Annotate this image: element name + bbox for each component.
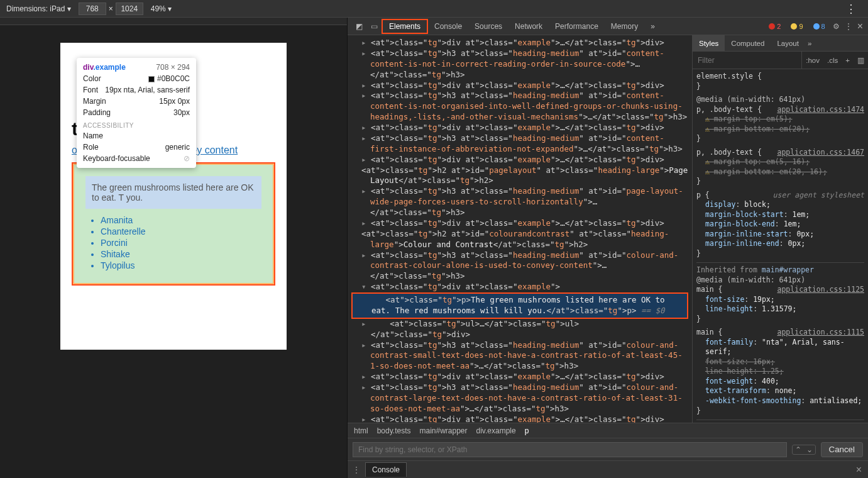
devtools-more-icon[interactable]: ⋮ [845, 22, 852, 31]
example-paragraph: The green mushrooms listed here are OK t… [85, 176, 261, 209]
tab-layout[interactable]: Layout [771, 35, 805, 52]
crumb[interactable]: main#wrapper [419, 426, 467, 435]
list-item: Porcini [101, 238, 261, 248]
dom-node[interactable]: <at">class="tg">h3 at">class="heading-me… [351, 48, 688, 81]
tooltip-color-value: #0B0C0C [157, 74, 190, 83]
tooltip-a11y-heading: ACCESSIBILITY [83, 122, 190, 129]
tooltip-a11y-kf-label: Keyboard-focusable [83, 154, 150, 163]
highlighted-example[interactable]: The green mushrooms listed here are OK t… [72, 162, 275, 286]
crumb[interactable]: body.tests [377, 426, 411, 435]
crumb[interactable]: div.example [476, 426, 516, 435]
style-rule[interactable]: application.css:1467p, .body-text {margi… [696, 148, 864, 187]
styles-tabs-overflow-icon[interactable]: » [808, 40, 811, 47]
find-prev-icon[interactable]: ⌃ [793, 445, 804, 454]
dom-node[interactable]: <at">class="tg">h3 at">class="heading-me… [351, 250, 688, 282]
styles-pane: Styles Computed Layout » :hov .cls + ▥ e… [692, 35, 868, 423]
styles-filter-input[interactable] [693, 52, 802, 69]
find-cancel-button[interactable]: Cancel [821, 442, 864, 457]
dom-node[interactable]: <at">class="tg">div at">class="example">… [351, 218, 688, 229]
warning-badge[interactable]: 9 [788, 22, 805, 31]
tooltip-margin-value: 15px 0px [159, 97, 190, 106]
dom-node[interactable]: <at">class="tg">h2 at">id="colourandcont… [351, 229, 688, 250]
tab-memory[interactable]: Memory [605, 18, 644, 35]
dom-node[interactable]: <at">class="tg">div at">class="example">… [351, 38, 688, 48]
dom-node[interactable]: <at">class="tg">div at">class="example">… [351, 414, 688, 423]
dom-node[interactable]: <at">class="tg">div at">class="example">… [351, 372, 688, 382]
zoom-dropdown[interactable]: 49% ▾ [151, 4, 172, 13]
dom-tree[interactable]: <at">class="tg">div at">class="example">… [348, 35, 692, 423]
ruler [0, 18, 347, 25]
find-bar: ⌃⌄ Cancel [348, 438, 868, 460]
new-rule-button[interactable]: + [842, 52, 854, 69]
style-rule[interactable]: user agent stylesheetp {display: block;m… [696, 191, 864, 259]
style-rule[interactable]: element.style {} [696, 72, 864, 91]
cls-toggle[interactable]: .cls [823, 52, 842, 69]
drawer-more-icon[interactable]: ⋮ [353, 465, 360, 474]
tooltip-font-value: 19px nta, Arial, sans-serif [105, 86, 190, 94]
device-width-input[interactable] [79, 3, 106, 15]
tabs-overflow-icon[interactable]: » [644, 18, 661, 35]
tooltip-color-label: Color [83, 74, 101, 83]
dom-node[interactable]: <at">class="tg">p>The green mushrooms li… [351, 292, 688, 319]
tab-elements[interactable]: Elements [382, 19, 428, 34]
drawer-tab-console[interactable]: Console [365, 462, 407, 477]
dom-node[interactable]: <at">class="tg">h3 at">class="heading-me… [351, 91, 688, 123]
find-input[interactable] [353, 442, 787, 457]
device-toggle-icon[interactable]: ▭ [366, 22, 382, 31]
hov-toggle[interactable]: :hov [802, 52, 823, 69]
tooltip-font-label: Font [83, 86, 98, 94]
tooltip-tag: div [83, 63, 93, 72]
list-item: Amanita [101, 215, 261, 225]
tooltip-a11y-role-value: generic [165, 143, 190, 152]
dom-node[interactable]: <at">class="tg">h3 at">class="heading-me… [351, 186, 688, 218]
dom-breadcrumbs: html body.tests main#wrapper div.example… [348, 423, 868, 438]
close-icon[interactable]: × [857, 21, 863, 32]
dom-node[interactable]: <at">class="tg">h2 at">id="pagelayout" a… [351, 165, 688, 187]
tab-styles[interactable]: Styles [693, 35, 725, 52]
crumb[interactable]: html [354, 426, 368, 435]
style-rule[interactable]: @media (min-width: 641px)application.css… [696, 275, 864, 325]
tooltip-a11y-kf-value: ⊘ [184, 154, 190, 163]
tab-performance[interactable]: Performance [549, 18, 605, 35]
rendered-page[interactable]: div.example 708 × 294 Color#0B0C0C Font1… [60, 43, 287, 350]
device-more-icon[interactable]: ⋮ [840, 2, 862, 16]
settings-icon[interactable]: ⚙ [833, 22, 840, 31]
device-height-input[interactable] [116, 3, 143, 15]
error-badge[interactable]: 2 [766, 22, 783, 31]
tooltip-class: .example [93, 63, 125, 72]
find-next-icon[interactable]: ⌄ [804, 445, 815, 454]
styles-sidebar-icon[interactable]: ▥ [854, 52, 868, 69]
dom-node[interactable]: <at">class="tg">ul>…</at">class="tg">ul> [351, 319, 688, 330]
tab-sources[interactable]: Sources [468, 18, 508, 35]
device-dimensions-dropdown[interactable]: Dimensions: iPad ▾ [6, 4, 71, 13]
style-rule[interactable]: application.css:1115main {font-family: "… [696, 328, 864, 416]
list-item: Shitake [101, 249, 261, 259]
dom-node[interactable]: <at">class="tg">div at">class="example">… [351, 155, 688, 165]
dom-node[interactable]: <at">class="tg">div at">class="example">… [351, 123, 688, 133]
message-badge[interactable]: 8 [811, 22, 828, 31]
tab-network[interactable]: Network [508, 18, 549, 35]
dom-node[interactable]: <at">class="tg">h3 at">class="heading-me… [351, 382, 688, 414]
style-rule[interactable]: @media (min-width: 641px)application.css… [696, 95, 864, 144]
crumb[interactable]: p [525, 426, 529, 435]
inspector-tooltip: div.example 708 × 294 Color#0B0C0C Font1… [77, 58, 196, 168]
color-swatch [148, 76, 155, 82]
list-item: Chanterelle [101, 226, 261, 236]
drawer-close-icon[interactable]: × [850, 464, 868, 475]
tab-console[interactable]: Console [428, 18, 468, 35]
tab-computed[interactable]: Computed [725, 35, 771, 52]
device-toolbar: Dimensions: iPad ▾ × 49% ▾ ⋮ [0, 0, 868, 18]
tooltip-margin-label: Margin [83, 97, 106, 106]
inspect-icon[interactable]: ◩ [351, 22, 366, 31]
tooltip-a11y-role-label: Role [83, 143, 99, 152]
dom-node[interactable]: </at">class="tg">div> [351, 330, 688, 340]
dom-node[interactable]: <at">class="tg">h3 at">class="heading-me… [351, 340, 688, 372]
dom-node[interactable]: <at">class="tg">div at">class="example"> [351, 282, 688, 292]
tooltip-dimensions: 708 × 294 [156, 63, 190, 72]
console-drawer: ⋮ Console × [348, 460, 868, 478]
style-rules[interactable]: element.style {}@media (min-width: 641px… [693, 69, 868, 423]
dom-node[interactable]: <at">class="tg">div at">class="example">… [351, 81, 688, 91]
tooltip-a11y-name-label: Name [83, 131, 103, 140]
dom-node[interactable]: <at">class="tg">h3 at">class="heading-me… [351, 133, 688, 155]
mushroom-list: Amanita Chanterelle Porcini Shitake Tylo… [85, 215, 261, 270]
